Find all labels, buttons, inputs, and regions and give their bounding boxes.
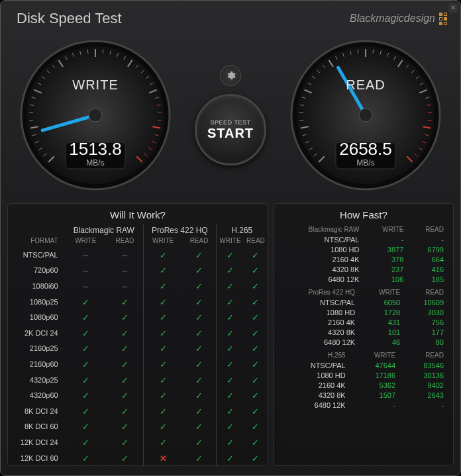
format-cell: 4320p25 <box>8 372 65 388</box>
status-cell: ✓ <box>244 309 268 325</box>
format-cell: 8K DCI 60 <box>8 419 65 435</box>
table-row: NTSC/PAL––✓✓✓✓ <box>8 247 268 263</box>
svg-line-21 <box>87 50 88 54</box>
status-cell: ✓ <box>216 309 244 325</box>
status-cell: ✓ <box>65 341 107 357</box>
status-cell: ✓ <box>143 403 182 419</box>
status-cell: ✓ <box>143 419 182 435</box>
status-cell: ✓ <box>244 372 268 388</box>
status-cell: ✓ <box>216 434 244 450</box>
resolution-cell: 6480 12K <box>280 337 360 347</box>
status-cell: ✓ <box>244 419 268 435</box>
read-value: 80 <box>405 337 449 347</box>
status-cell: ✓ <box>65 450 107 466</box>
svg-line-67 <box>358 50 358 54</box>
write-gauge-readout: 1513.8 MB/s <box>18 139 173 167</box>
resolution-cell: 6480 12K <box>280 274 365 284</box>
status-cell: ✓ <box>107 325 144 341</box>
status-cell: ✓ <box>182 403 216 419</box>
write-gauge: WRITE 1513.8 MB/s <box>18 38 173 193</box>
status-cell: – <box>65 278 107 294</box>
write-value: 101 <box>360 327 405 337</box>
table-row: 4320 8K 1507 2643 <box>280 390 449 400</box>
status-cell: – <box>65 263 107 279</box>
resolution-cell: NTSC/PAL <box>280 360 351 370</box>
table-row: 1080 HD 17186 30136 <box>280 370 449 380</box>
status-cell: ✓ <box>65 372 107 388</box>
write-value: 6050 <box>360 297 405 307</box>
write-value: 1728 <box>360 307 405 317</box>
app-window: ✕ Disk Speed Test Blackmagicdesign <box>0 0 461 476</box>
table-row: 8K DCI 60✓✓✓✓✓✓ <box>8 419 268 435</box>
status-cell: ✓ <box>143 387 182 403</box>
read-gauge-unit: MB/s <box>288 158 443 167</box>
resolution-cell: 2160 4K <box>280 317 360 327</box>
read-gauge: READ 2658.5 MB/s <box>288 38 443 193</box>
will-it-work-title: Will It Work? <box>8 204 268 224</box>
status-cell: ✓ <box>143 325 182 341</box>
gauge-dial-icon <box>18 38 173 193</box>
table-row: 2160 4K 431 756 <box>280 317 449 327</box>
table-row: 2160p25✓✓✓✓✓✓ <box>8 341 268 357</box>
status-cell: ✓ <box>107 309 144 325</box>
svg-line-69 <box>373 50 374 54</box>
format-cell: 1080p60 <box>8 309 65 325</box>
status-cell: ✓ <box>182 278 216 294</box>
center-controls: SPEED TEST START <box>195 65 266 166</box>
format-cell: 1080i60 <box>8 278 65 294</box>
status-cell: ✓ <box>107 403 144 419</box>
write-value: - <box>351 400 401 410</box>
resolution-cell: 4320 8K <box>280 327 360 337</box>
status-cell: ✓ <box>107 372 144 388</box>
how-fast-table: ProRes 422 HQ WRITE READ NTSC/PAL 6050 1… <box>280 287 449 347</box>
start-button[interactable]: SPEED TEST START <box>195 94 266 166</box>
codec-header: H.265 <box>216 224 268 236</box>
status-cell: ✓ <box>244 247 268 263</box>
status-cell: ✕ <box>143 450 182 466</box>
read-value: - <box>401 400 449 410</box>
status-cell: – <box>107 263 144 279</box>
read-value: 3030 <box>405 307 449 317</box>
status-cell: ✓ <box>143 309 182 325</box>
resolution-cell: 1080 HD <box>280 370 351 380</box>
status-cell: ✓ <box>143 263 182 279</box>
table-row: 4320 8K 101 177 <box>280 327 449 337</box>
brand-text: Blackmagicdesign <box>350 13 435 24</box>
status-cell: ✓ <box>143 294 182 310</box>
status-cell: ✓ <box>182 434 216 450</box>
how-fast-table: Blackmagic RAW WRITE READ NTSC/PAL - - 1… <box>280 224 449 284</box>
status-cell: ✓ <box>182 450 216 466</box>
status-cell: ✓ <box>182 294 216 310</box>
status-cell: ✓ <box>216 294 244 310</box>
status-cell: ✓ <box>216 247 244 263</box>
status-cell: ✓ <box>216 341 244 357</box>
settings-button[interactable] <box>220 65 241 86</box>
brand: Blackmagicdesign <box>350 13 447 25</box>
format-cell: 12K DCI 60 <box>8 450 65 466</box>
write-value: 378 <box>364 254 409 264</box>
status-cell: ✓ <box>216 278 244 294</box>
format-cell: 1080p25 <box>8 294 65 310</box>
status-cell: ✓ <box>216 372 244 388</box>
start-button-label: START <box>207 126 254 141</box>
table-row: 4320p25✓✓✓✓✓✓ <box>8 372 268 388</box>
status-cell: ✓ <box>107 419 144 435</box>
status-cell: ✓ <box>65 309 107 325</box>
close-button[interactable]: ✕ <box>448 3 458 13</box>
how-fast-section: Blackmagic RAW WRITE READ NTSC/PAL - - 1… <box>274 224 453 287</box>
how-fast-panel: How Fast? Blackmagic RAW WRITE READ NTSC… <box>274 203 454 466</box>
codec-header: H.265 <box>280 350 351 360</box>
read-gauge-readout: 2658.5 MB/s <box>288 139 443 167</box>
table-row: 12K DCI 24✓✓✓✓✓✓ <box>8 434 268 450</box>
how-fast-title: How Fast? <box>274 204 453 224</box>
status-cell: ✓ <box>143 434 182 450</box>
status-cell: ✓ <box>107 387 144 403</box>
status-cell: ✓ <box>107 294 144 310</box>
write-value: 3877 <box>364 244 409 254</box>
status-cell: ✓ <box>107 341 144 357</box>
status-cell: – <box>107 247 144 263</box>
status-cell: ✓ <box>143 341 182 357</box>
status-cell: ✓ <box>216 356 244 372</box>
status-cell: ✓ <box>65 325 107 341</box>
codec-header: ProRes 422 HQ <box>280 287 360 297</box>
